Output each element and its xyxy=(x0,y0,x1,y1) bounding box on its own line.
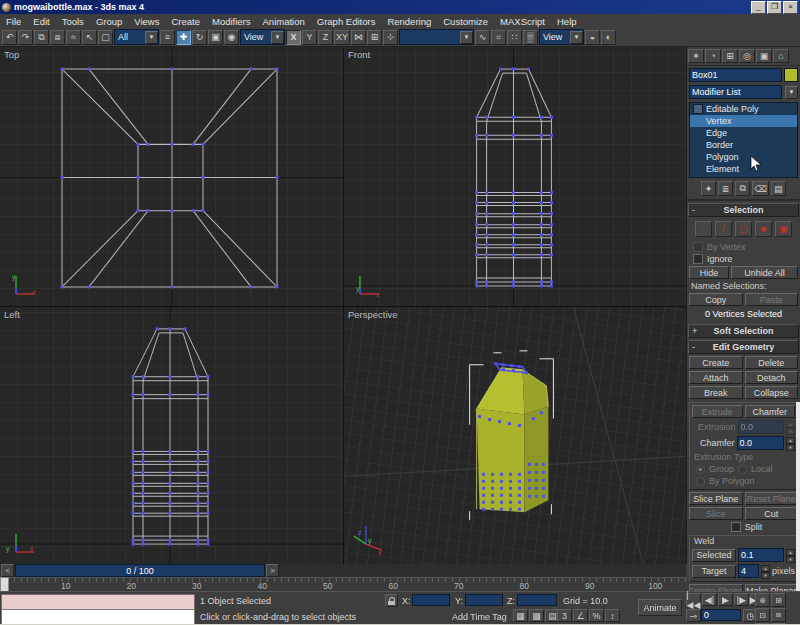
ignore-backfacing-checkbox[interactable] xyxy=(693,254,703,264)
weld-threshold-spinner[interactable]: ▲▼ xyxy=(786,549,795,562)
selection-rollout-header[interactable]: - Selection xyxy=(688,203,799,217)
hide-button[interactable]: Hide xyxy=(689,266,729,279)
previous-frame-icon[interactable]: ◀| xyxy=(702,593,717,606)
selection-lock-icon[interactable] xyxy=(385,594,398,607)
zoom-extents-all-icon[interactable]: ⧈ xyxy=(771,608,786,622)
menu-item-modifiers[interactable]: Modifiers xyxy=(206,16,257,27)
render-type-dropdown[interactable]: View ▼ xyxy=(539,29,584,45)
create-tab-icon[interactable]: ✶ xyxy=(688,49,704,63)
display-tab-icon[interactable]: ▣ xyxy=(756,49,772,63)
menu-item-rendering[interactable]: Rendering xyxy=(381,16,437,27)
reference-coordinate-dropdown[interactable]: View ▼ xyxy=(240,29,285,45)
break-button[interactable]: Break xyxy=(689,386,743,399)
motion-tab-icon[interactable]: ◎ xyxy=(739,49,755,63)
chevron-down-icon[interactable]: ▼ xyxy=(145,31,158,44)
stack-item-polygon[interactable]: Polygon xyxy=(690,151,797,163)
make-unique-icon[interactable]: ⧉ xyxy=(735,181,750,196)
weld-target-button[interactable]: Target xyxy=(692,565,736,578)
percent-snap-icon[interactable]: % xyxy=(589,609,604,622)
select-and-move-icon[interactable]: ✚ xyxy=(176,30,191,45)
zoom-extents-icon[interactable]: ⊡ xyxy=(755,608,770,622)
hierarchy-tab-icon[interactable]: ⊞ xyxy=(722,49,738,63)
stack-item-edge[interactable]: Edge xyxy=(690,127,797,139)
viewport-label-top[interactable]: Top xyxy=(4,49,19,60)
chamfer-button[interactable]: Chamfer xyxy=(745,405,796,418)
polygon-subobject-icon[interactable]: ■ xyxy=(755,221,772,237)
axis-z-constraint-button[interactable]: Z xyxy=(318,30,333,45)
collapse-button[interactable]: Collapse xyxy=(745,386,799,399)
undo-icon[interactable]: ↶ xyxy=(2,30,17,45)
minimize-button[interactable]: _ xyxy=(751,1,766,14)
named-selection-sets-dropdown[interactable]: ▼ xyxy=(399,29,474,45)
modify-tab-icon[interactable]: ◔ xyxy=(705,49,721,63)
local-radio[interactable] xyxy=(738,465,747,474)
slice-plane-button[interactable]: Slice Plane xyxy=(689,492,743,505)
by-vertex-checkbox[interactable] xyxy=(693,242,703,252)
spinner-snap-icon[interactable]: ↕ xyxy=(605,609,620,622)
extrusion-spinner[interactable]: ▲▼ xyxy=(786,421,795,434)
menu-item-help[interactable]: Help xyxy=(551,16,583,27)
chevron-down-icon[interactable]: ▼ xyxy=(271,31,284,44)
delete-button[interactable]: Delete xyxy=(745,356,799,369)
extrusion-field[interactable]: 0.0 xyxy=(738,420,784,434)
menu-item-maxscript[interactable]: MAXScript xyxy=(494,16,551,27)
unlink-selection-icon[interactable]: ⧈ xyxy=(50,30,65,45)
configure-modifier-sets-icon[interactable]: ▤ xyxy=(771,181,786,196)
axis-y-constraint-button[interactable]: Y xyxy=(302,30,317,45)
render-scene-icon[interactable]: ▒ xyxy=(523,30,538,45)
weld-selected-button[interactable]: Selected xyxy=(692,549,736,562)
paste-button[interactable]: Paste xyxy=(745,293,799,306)
axis-x-constraint-button[interactable]: X xyxy=(286,30,301,45)
go-to-start-icon[interactable]: |◀◀ xyxy=(686,593,701,606)
stack-item-editable-poly[interactable]: Editable Poly xyxy=(690,103,797,115)
reset-plane-button[interactable]: Reset Plane xyxy=(745,492,799,505)
detach-button[interactable]: Detach xyxy=(745,371,799,384)
by-polygon-radio[interactable] xyxy=(696,477,705,486)
copy-button[interactable]: Copy xyxy=(689,293,743,306)
material-editor-icon[interactable]: ∷ xyxy=(507,30,522,45)
menu-item-edit[interactable]: Edit xyxy=(27,16,55,27)
select-and-link-icon[interactable]: ⧉ xyxy=(34,30,49,45)
viewport-label-perspective[interactable]: Perspective xyxy=(348,309,398,320)
align-icon[interactable]: ⊹ xyxy=(383,30,398,45)
weld-threshold-field[interactable]: 0.1 xyxy=(738,548,784,562)
menu-item-tools[interactable]: Tools xyxy=(56,16,90,27)
extrude-button[interactable]: Extrude xyxy=(692,405,743,418)
select-and-rotate-icon[interactable]: ↻ xyxy=(192,30,207,45)
viewport-label-left[interactable]: Left xyxy=(4,309,20,320)
viewport-perspective[interactable]: Perspective z y x xyxy=(344,307,686,564)
stack-item-border[interactable]: Border xyxy=(690,139,797,151)
slice-button[interactable]: Slice xyxy=(689,507,743,520)
track-bar[interactable]: 102030405060708090100 xyxy=(0,577,686,591)
use-pivot-center-icon[interactable]: ◉ xyxy=(224,30,239,45)
y-coordinate-field[interactable] xyxy=(465,594,503,606)
select-and-scale-icon[interactable]: ▣ xyxy=(208,30,223,45)
modifier-list-dropdown[interactable]: Modifier List xyxy=(689,85,782,99)
chamfer-spinner[interactable]: ▲▼ xyxy=(786,437,795,450)
soft-selection-rollout-header[interactable]: + Soft Selection xyxy=(688,324,799,338)
modifier-stack[interactable]: Editable Poly Vertex Edge Border Polygon… xyxy=(689,102,798,178)
create-button[interactable]: Create xyxy=(689,356,743,369)
target-pixels-spinner[interactable]: ▲▼ xyxy=(761,565,770,578)
stack-item-vertex[interactable]: Vertex xyxy=(690,115,797,127)
zoom-icon[interactable]: ⊕ xyxy=(755,593,770,607)
unhide-all-button[interactable]: Unhide All xyxy=(731,266,798,279)
edge-subobject-icon[interactable]: / xyxy=(715,221,732,237)
mirror-icon[interactable]: ⋈ xyxy=(351,30,366,45)
object-color-swatch[interactable] xyxy=(784,68,798,82)
redo-icon[interactable]: ↷ xyxy=(18,30,33,45)
target-pixels-field[interactable]: 4 xyxy=(738,564,759,578)
maxscript-mini-listener[interactable] xyxy=(1,609,195,625)
stack-item-element[interactable]: Element xyxy=(690,163,797,175)
select-object-icon[interactable]: ↖ xyxy=(82,30,97,45)
viewport-front[interactable]: Front y x xyxy=(344,47,686,306)
x-coordinate-field[interactable] xyxy=(412,594,450,606)
quick-render-production-icon[interactable]: ◒ xyxy=(585,30,600,45)
cut-button[interactable]: Cut xyxy=(745,507,799,520)
snap-toggle-3d-icon[interactable]: 3 xyxy=(557,609,572,622)
time-slider-handle[interactable]: 0 / 100 xyxy=(15,564,265,577)
split-checkbox[interactable] xyxy=(731,522,741,532)
close-button[interactable]: × xyxy=(783,1,798,14)
object-name-field[interactable]: Box01 xyxy=(689,68,782,82)
menu-item-views[interactable]: Views xyxy=(128,16,165,27)
